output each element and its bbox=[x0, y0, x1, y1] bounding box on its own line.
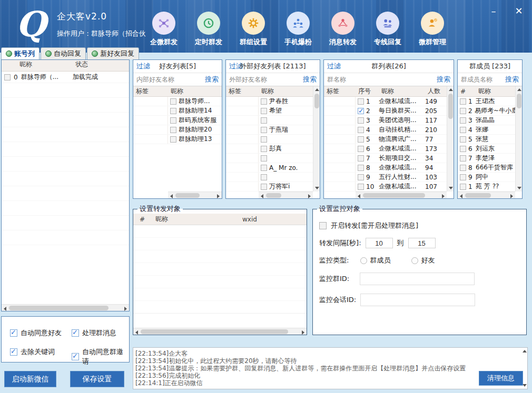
enable-forward-checkbox[interactable] bbox=[319, 222, 327, 229]
row-checkbox[interactable] bbox=[261, 184, 267, 190]
option-auto-accept-group-invite[interactable]: 自动同意群邀请 bbox=[72, 347, 129, 366]
member-row[interactable]: 8 666干货智库 bbox=[458, 163, 515, 173]
group-row[interactable]: 4 自动挂机精... 210 bbox=[324, 125, 447, 135]
scroll-right-icon[interactable] bbox=[217, 194, 220, 198]
vscrollbar[interactable] bbox=[313, 86, 320, 192]
monitor-session-id-input[interactable] bbox=[360, 294, 475, 306]
scroll-thumb[interactable] bbox=[141, 329, 288, 334]
account-row[interactable]: 0 群脉导师（... 加载完成 bbox=[2, 72, 129, 83]
row-checkbox[interactable] bbox=[261, 98, 267, 105]
row-checkbox[interactable] bbox=[261, 136, 267, 143]
group-row[interactable]: 2 每日换群买... 205 bbox=[324, 106, 447, 116]
scroll-down-icon[interactable] bbox=[517, 187, 521, 189]
log-box[interactable]: [22:13:54]企大客[22:13:54]初始化中，此过程大约需要20秒，请… bbox=[133, 347, 528, 389]
scroll-left-icon[interactable] bbox=[170, 194, 173, 198]
toolbar-item-dedicated-reply[interactable]: 专线回复 bbox=[372, 12, 403, 47]
option-auto-accept-friend[interactable]: 自动同意好友 bbox=[10, 328, 62, 338]
scroll-left-icon[interactable] bbox=[135, 330, 138, 335]
member-row[interactable]: 1 苑 芳 ?? bbox=[458, 182, 515, 192]
friend-row[interactable]: 群脉助理20 bbox=[133, 125, 222, 135]
group-row[interactable]: 7 长期项目交... 34 bbox=[324, 154, 447, 163]
search-button[interactable]: 搜索 bbox=[205, 75, 219, 84]
row-checkbox[interactable] bbox=[358, 165, 364, 171]
filter-link[interactable]: 过滤 bbox=[229, 62, 243, 71]
friend-row[interactable]: 群脉导师... bbox=[133, 97, 222, 106]
close-button[interactable]: ✕ bbox=[512, 4, 526, 18]
vscrollbar[interactable] bbox=[447, 86, 454, 192]
row-checkbox[interactable] bbox=[261, 108, 267, 114]
row-checkbox[interactable] bbox=[170, 136, 176, 143]
friend-row[interactable] bbox=[226, 135, 313, 144]
hscrollbar[interactable] bbox=[259, 192, 313, 198]
member-search-input[interactable] bbox=[461, 76, 505, 83]
filter-link[interactable]: 过滤 bbox=[327, 62, 341, 71]
friend-row[interactable]: 群码系统客服 bbox=[133, 116, 222, 125]
scroll-thumb[interactable] bbox=[363, 193, 425, 198]
row-checkbox[interactable] bbox=[358, 117, 364, 124]
toolbar-item-qiwei-mass-send[interactable]: 企微群发 bbox=[149, 12, 179, 47]
row-checkbox[interactable] bbox=[261, 155, 267, 162]
member-row[interactable]: 3 张晶晶 bbox=[458, 116, 515, 125]
member-row[interactable]: 7 李楚泽 bbox=[458, 154, 515, 163]
scroll-right-icon[interactable] bbox=[442, 194, 445, 198]
friend-row[interactable] bbox=[226, 154, 313, 163]
group-row[interactable]: 1 企微私域流... 149 bbox=[324, 97, 447, 106]
row-checkbox[interactable] bbox=[460, 146, 466, 152]
search-button[interactable]: 搜索 bbox=[437, 75, 450, 84]
row-checkbox[interactable] bbox=[358, 146, 364, 152]
vscrollbar[interactable] bbox=[515, 86, 522, 192]
member-row[interactable]: 4 张娜 bbox=[458, 125, 515, 135]
scroll-thumb[interactable] bbox=[517, 94, 521, 108]
friend-row[interactable] bbox=[226, 116, 313, 125]
row-checkbox[interactable] bbox=[261, 146, 267, 152]
row-checkbox[interactable] bbox=[460, 108, 466, 114]
interval-from-input[interactable] bbox=[366, 238, 393, 248]
hscrollbar[interactable] bbox=[356, 192, 447, 198]
row-checkbox[interactable] bbox=[358, 155, 364, 162]
scroll-down-icon[interactable] bbox=[449, 187, 453, 189]
member-row[interactable]: 5 张慧 bbox=[458, 135, 515, 144]
row-checkbox[interactable] bbox=[261, 127, 267, 133]
hscrollbar[interactable] bbox=[133, 328, 307, 335]
friend-row[interactable]: 彭真 bbox=[226, 144, 313, 154]
interval-to-input[interactable] bbox=[408, 238, 436, 248]
monitor-group-id-input[interactable] bbox=[360, 273, 475, 285]
row-checkbox[interactable] bbox=[460, 117, 466, 124]
member-row[interactable]: 2 易师考~牛小鹿 bbox=[458, 106, 515, 116]
friend-row[interactable]: 希望 bbox=[226, 106, 313, 116]
tab[interactable]: 新好友回复 bbox=[87, 47, 139, 59]
radio-icon[interactable] bbox=[411, 257, 418, 264]
checkbox[interactable] bbox=[72, 353, 79, 360]
save-settings-button[interactable]: 保存设置 bbox=[70, 371, 124, 387]
group-row[interactable]: 9 五行人性财... 103 bbox=[324, 173, 447, 182]
radio-friend[interactable]: 好友 bbox=[411, 256, 435, 265]
minimize-button[interactable]: – bbox=[487, 4, 500, 18]
scroll-right-icon[interactable] bbox=[124, 307, 127, 311]
friend-row[interactable]: 群脉助理14 bbox=[133, 106, 222, 116]
search-button[interactable]: 搜索 bbox=[505, 75, 519, 84]
row-checkbox[interactable] bbox=[460, 127, 466, 133]
row-checkbox[interactable] bbox=[358, 136, 364, 143]
row-checkbox[interactable] bbox=[358, 174, 364, 180]
scroll-up-icon[interactable] bbox=[517, 88, 521, 91]
row-checkbox[interactable] bbox=[261, 174, 267, 180]
row-checkbox[interactable] bbox=[358, 98, 364, 105]
row-checkbox[interactable] bbox=[460, 136, 466, 143]
row-checkbox[interactable] bbox=[261, 165, 267, 171]
tab[interactable]: 账号列 bbox=[1, 47, 40, 59]
scroll-right-icon[interactable] bbox=[302, 330, 304, 335]
scroll-thumb[interactable] bbox=[448, 94, 453, 119]
filter-link[interactable]: 过滤 bbox=[136, 62, 150, 71]
group-search-input[interactable] bbox=[327, 76, 437, 83]
option-remove-keywords[interactable]: 去除关键词 bbox=[10, 347, 55, 357]
enable-forward-option[interactable]: 开启转发[需开启处理群消息] bbox=[319, 221, 418, 230]
scroll-right-icon[interactable] bbox=[510, 194, 513, 198]
row-checkbox[interactable] bbox=[170, 117, 176, 124]
tab[interactable]: 自动回复 bbox=[41, 47, 86, 59]
friend-row[interactable]: 万将军i bbox=[226, 182, 313, 192]
row-checkbox[interactable] bbox=[460, 98, 466, 105]
radio-group-member[interactable]: 群成员 bbox=[360, 256, 390, 265]
toolbar-item-group-settings[interactable]: 群组设置 bbox=[238, 12, 269, 47]
checkbox[interactable] bbox=[10, 329, 17, 337]
account-hscrollbar[interactable] bbox=[2, 304, 129, 311]
